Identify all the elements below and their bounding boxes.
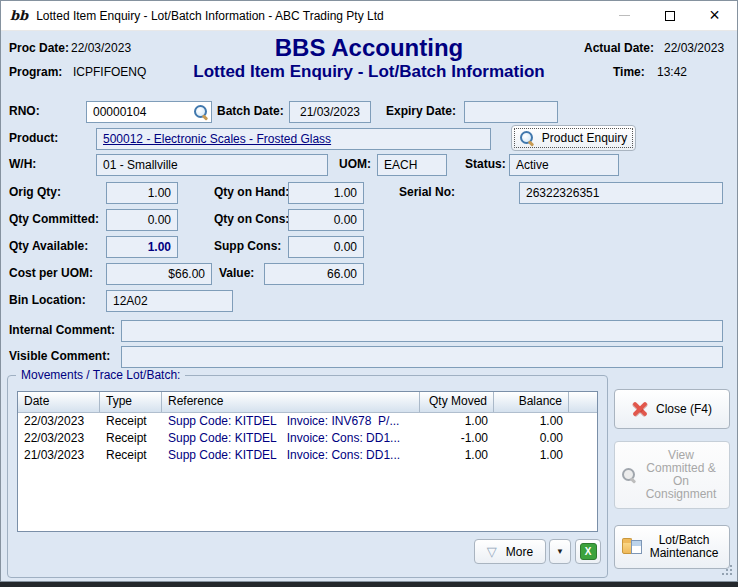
qty-available-field: 1.00 — [106, 236, 178, 258]
search-icon — [520, 131, 534, 145]
time-value: 13:42 — [657, 65, 687, 79]
internal-comment-field — [121, 320, 723, 342]
cost-per-uom-label: Cost per UOM: — [9, 266, 93, 280]
cell-balance: 1.00 — [494, 447, 569, 464]
time-label: Time: — [613, 65, 645, 79]
movements-group: Movements / Trace Lot/Batch: Date Type R… — [7, 375, 608, 578]
lot-batch-maintenance-button[interactable]: Lot/Batch Maintenance — [614, 525, 730, 569]
cell-reference: Supp Code: KITDEL Invoice: Cons: DD1... — [162, 447, 420, 464]
cell-date: 22/03/2023 — [18, 430, 100, 447]
table-row[interactable]: 21/03/2023 Receipt Supp Code: KITDEL Inv… — [18, 447, 597, 464]
cell-qty-moved: -1.00 — [420, 430, 494, 447]
resize-grip[interactable] — [730, 565, 732, 567]
orig-qty-field: 1.00 — [106, 182, 178, 204]
maximize-icon — [665, 11, 675, 21]
app-window: bb Lotted Item Enquiry - Lot/Batch Infor… — [0, 0, 738, 582]
view-committed-button[interactable]: View Committed & On Consignment — [614, 441, 730, 509]
cost-per-uom-field: $66.00 — [106, 263, 212, 285]
cell-balance: 1.00 — [494, 413, 569, 430]
close-window-button[interactable]: × — [692, 1, 737, 30]
qty-on-cons-field: 0.00 — [288, 209, 364, 231]
cell-type: Receipt — [100, 413, 162, 430]
column-header-qty-moved[interactable]: Qty Moved — [420, 392, 494, 412]
rno-label: RNO: — [9, 104, 40, 118]
actual-date-label: Actual Date: — [584, 41, 654, 55]
status-field: Active — [509, 154, 619, 176]
close-button[interactable]: Close (F4) — [614, 389, 730, 429]
cell-reference: Supp Code: KITDEL Invoice: Cons: DD1... — [162, 430, 420, 447]
qty-on-hand-field: 1.00 — [288, 182, 364, 204]
supp-cons-label: Supp Cons: — [214, 239, 281, 253]
column-header-type[interactable]: Type — [100, 392, 162, 412]
app-icon: bb — [10, 9, 28, 22]
movements-group-label: Movements / Trace Lot/Batch: — [16, 368, 185, 382]
table-row[interactable]: 22/03/2023 Receipt Supp Code: KITDEL Inv… — [18, 413, 597, 430]
minimize-icon — [619, 15, 630, 16]
more-button[interactable]: ▽ More — [474, 539, 546, 564]
uom-field: EACH — [377, 154, 447, 176]
value-field: 66.00 — [264, 263, 364, 285]
export-excel-button[interactable] — [575, 539, 601, 564]
qty-on-hand-label: Qty on Hand: — [214, 185, 289, 199]
cell-date: 22/03/2023 — [18, 413, 100, 430]
column-header-balance[interactable]: Balance — [494, 392, 569, 412]
maximize-button[interactable] — [647, 1, 692, 30]
title-bar: bb Lotted Item Enquiry - Lot/Batch Infor… — [1, 1, 737, 31]
wh-field: 01 - Smallville — [96, 154, 328, 176]
column-header-reference[interactable]: Reference — [162, 392, 420, 412]
chevron-down-icon: ▽ — [487, 545, 497, 558]
table-row[interactable]: 22/03/2023 Receipt Supp Code: KITDEL Inv… — [18, 430, 597, 447]
minimize-button[interactable] — [602, 1, 647, 30]
close-x-icon — [632, 401, 648, 417]
serial-no-field: 26322326351 — [519, 182, 723, 204]
product-label: Product: — [9, 131, 58, 145]
desktop-strip — [0, 582, 738, 587]
window-title: Lotted Item Enquiry - Lot/Batch Informat… — [36, 9, 384, 23]
column-header-filler — [569, 392, 597, 412]
close-icon: × — [709, 6, 720, 24]
cell-reference: Supp Code: KITDEL Invoice: INV678 P/... — [162, 413, 420, 430]
batch-date-field: 21/03/2023 — [289, 101, 371, 123]
bin-location-label: Bin Location: — [9, 293, 86, 307]
screen: bb Lotted Item Enquiry - Lot/Batch Infor… — [0, 0, 738, 587]
cell-qty-moved: 1.00 — [420, 447, 494, 464]
batch-date-label: Batch Date: — [217, 104, 284, 118]
wh-label: W/H: — [9, 157, 36, 171]
orig-qty-label: Orig Qty: — [9, 185, 61, 199]
internal-comment-label: Internal Comment: — [9, 323, 115, 337]
product-field: 500012 - Electronic Scales - Frosted Gla… — [96, 128, 491, 150]
rno-input[interactable]: 00000104 — [86, 101, 212, 123]
product-enquiry-button[interactable]: Product Enquiry — [511, 125, 636, 151]
supp-cons-field: 0.00 — [288, 236, 364, 258]
serial-no-label: Serial No: — [399, 185, 455, 199]
window-controls: × — [602, 1, 737, 30]
qty-committed-label: Qty Committed: — [9, 212, 99, 226]
status-label: Status: — [465, 157, 506, 171]
caret-down-icon: ▼ — [556, 548, 564, 556]
visible-comment-label: Visible Comment: — [9, 349, 110, 363]
cell-balance: 0.00 — [494, 430, 569, 447]
movements-table-header: Date Type Reference Qty Moved Balance — [18, 392, 597, 413]
product-link[interactable]: 500012 - Electronic Scales - Frosted Gla… — [103, 132, 331, 146]
search-icon — [622, 468, 636, 482]
bin-location-field: 12A02 — [106, 290, 233, 312]
qty-available-label: Qty Available: — [9, 239, 88, 253]
folder-icon — [622, 541, 639, 554]
visible-comment-field — [121, 346, 723, 368]
movements-table: Date Type Reference Qty Moved Balance 22… — [17, 391, 598, 532]
excel-icon — [580, 543, 597, 560]
qty-on-cons-label: Qty on Cons: — [214, 212, 289, 226]
expiry-date-label: Expiry Date: — [386, 104, 456, 118]
cell-type: Receipt — [100, 447, 162, 464]
cell-date: 21/03/2023 — [18, 447, 100, 464]
qty-committed-field: 0.00 — [106, 209, 178, 231]
more-dropdown-button[interactable]: ▼ — [549, 539, 571, 564]
column-header-date[interactable]: Date — [18, 392, 100, 412]
actual-date-value: 22/03/2023 — [664, 41, 724, 55]
cell-qty-moved: 1.00 — [420, 413, 494, 430]
cell-type: Receipt — [100, 430, 162, 447]
search-icon[interactable] — [194, 105, 208, 119]
expiry-date-field — [464, 101, 558, 123]
value-label: Value: — [219, 266, 254, 280]
uom-label: UOM: — [339, 157, 371, 171]
